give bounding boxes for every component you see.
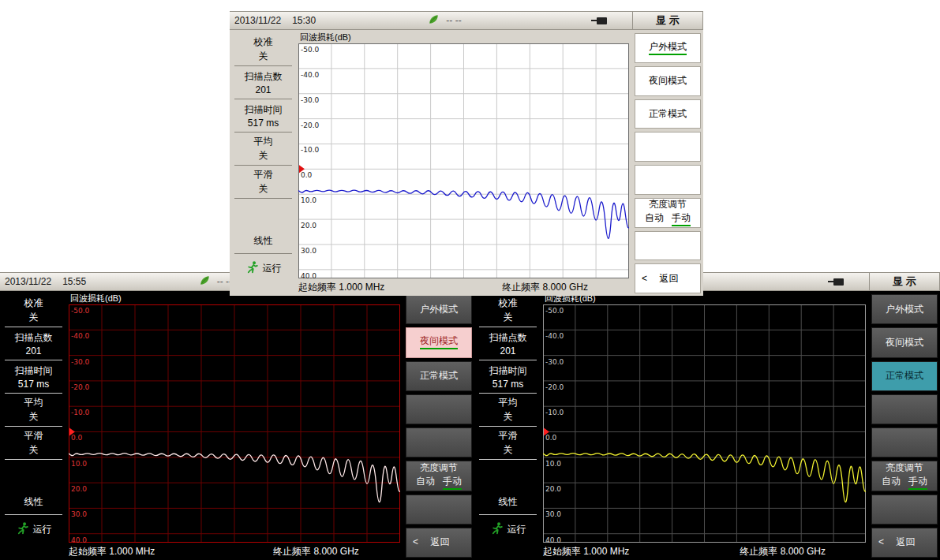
sidebar-item-sweep-points[interactable]: 扫描点数 201: [234, 66, 292, 99]
sidebar-item-label: 扫描点数: [234, 70, 292, 84]
run-label: 运行: [33, 523, 52, 536]
svg-text:-30.0: -30.0: [545, 358, 564, 366]
brightness-auto-option[interactable]: 自动: [645, 212, 664, 226]
date-label: 2013/11/22: [5, 276, 51, 287]
linear-label: 线性: [24, 495, 43, 509]
run-status[interactable]: 运行: [0, 515, 67, 543]
sidebar-item-value: 关: [5, 443, 62, 457]
menu-slot-empty: [871, 394, 938, 424]
menu-button-normal-mode[interactable]: 正常模式: [635, 99, 701, 129]
menu-button-back[interactable]: < 返回: [406, 528, 472, 558]
svg-text:30.0: 30.0: [545, 510, 561, 518]
time-label: 15:55: [62, 276, 86, 287]
brightness-auto-option[interactable]: 自动: [882, 476, 901, 490]
running-man-icon: [490, 521, 504, 537]
sidebar-item-value: 201: [479, 345, 537, 357]
battery-icon: [828, 278, 844, 286]
settings-sidebar: 校准 关 扫描点数 201 扫描时间 517 ms 平均 关: [230, 30, 297, 278]
menu-button-outdoor-mode[interactable]: 户外模式: [406, 294, 472, 324]
sidebar-item-sweep-points[interactable]: 扫描点数 201: [5, 327, 62, 360]
screen-normal-mode: 校准 关 扫描点数 201 扫描时间 517 ms 平均 关: [474, 272, 940, 560]
menu-button-outdoor-mode[interactable]: 户外模式: [871, 294, 938, 324]
svg-text:-10.0: -10.0: [301, 146, 320, 154]
brightness-manual-option[interactable]: 手动: [672, 212, 691, 226]
svg-text:20.0: 20.0: [71, 485, 87, 493]
sidebar-item-average[interactable]: 平均 关: [5, 394, 62, 427]
page: 2013/11/22 15:55 -- -- 校准 关 扫描点数: [0, 0, 940, 560]
return-loss-plot: -50.0-40.0-30.0-20.0-10.00.010.020.030.0…: [69, 304, 400, 543]
svg-text:-10.0: -10.0: [71, 409, 90, 416]
signal-label: -- --: [446, 15, 461, 26]
menu-slot-empty: [406, 495, 472, 525]
run-status[interactable]: 运行: [230, 254, 297, 282]
sidebar-item-sweep-points[interactable]: 扫描点数 201: [479, 327, 537, 360]
menu-button-night-mode[interactable]: 夜间模式: [406, 327, 472, 357]
menu-slot-empty: [871, 427, 938, 457]
svg-text:10.0: 10.0: [301, 196, 316, 204]
menu-button-night-mode[interactable]: 夜间模式: [635, 66, 701, 96]
sidebar-item-smoothing[interactable]: 平滑 关: [5, 427, 62, 460]
return-loss-plot: -50.0-40.0-30.0-20.0-10.00.010.020.030.0…: [298, 43, 629, 278]
sidebar-item-average[interactable]: 平均 关: [234, 133, 292, 166]
menu-button-normal-mode[interactable]: 正常模式: [871, 361, 938, 391]
sidebar-spacer: [0, 460, 67, 490]
menu-button-normal-mode[interactable]: 正常模式: [406, 361, 472, 391]
svg-text:0.0: 0.0: [545, 434, 557, 442]
sidebar-item-smoothing[interactable]: 平滑 关: [234, 166, 292, 199]
sidebar-item-sweep-time[interactable]: 扫描时间 517 ms: [234, 99, 292, 133]
stop-frequency-label: 终止频率 8.000 GHz: [273, 545, 359, 558]
menu-slot-empty: [635, 132, 701, 162]
menu-button-back[interactable]: < 返回: [635, 263, 701, 293]
time-label: 15:30: [292, 15, 316, 26]
sidebar-item-label: 校准: [234, 35, 292, 49]
sidebar-item-value: 517 ms: [5, 379, 62, 390]
stop-frequency-label: 终止频率 8.000 GHz: [740, 545, 826, 558]
menu-button-brightness[interactable]: 亮度调节 自动 手动: [635, 198, 701, 228]
back-arrow-icon: <: [642, 273, 647, 285]
brightness-manual-option[interactable]: 手动: [908, 476, 927, 490]
menu-button-brightness[interactable]: 亮度调节 自动 手动: [871, 461, 938, 491]
sidebar-item-label: 校准: [5, 297, 62, 310]
svg-text:10.0: 10.0: [71, 460, 87, 468]
sidebar-item-linear[interactable]: 线性: [5, 490, 62, 515]
svg-text:-30.0: -30.0: [71, 358, 90, 366]
svg-text:-50.0: -50.0: [71, 307, 90, 315]
svg-text:30.0: 30.0: [71, 510, 87, 518]
back-arrow-icon: <: [413, 536, 418, 548]
sidebar-item-sweep-time[interactable]: 扫描时间 517 ms: [5, 360, 62, 394]
sidebar-item-value: 关: [5, 311, 62, 324]
menu-button-brightness[interactable]: 亮度调节 自动 手动: [406, 461, 472, 491]
chart-title: 回波损耗(dB): [298, 32, 629, 43]
sidebar-item-value: 关: [479, 311, 537, 324]
brightness-manual-option[interactable]: 手动: [443, 476, 462, 490]
sidebar-spacer: [474, 460, 541, 490]
sidebar-item-smoothing[interactable]: 平滑 关: [479, 427, 537, 460]
svg-text:0.0: 0.0: [71, 434, 83, 442]
menu-button-night-mode[interactable]: 夜间模式: [871, 327, 938, 357]
stop-frequency-label: 终止频率 8.000 GHz: [502, 281, 588, 294]
leaf-status-icon: [428, 13, 440, 28]
start-frequency-label: 起始频率 1.000 MHz: [543, 545, 629, 558]
sidebar-item-label: 扫描时间: [234, 103, 292, 117]
svg-text:20.0: 20.0: [301, 222, 316, 230]
sidebar-item-linear[interactable]: 线性: [479, 490, 537, 515]
sidebar-item-label: 平滑: [234, 168, 292, 181]
sidebar-item-value: 201: [5, 345, 62, 357]
svg-text:-10.0: -10.0: [545, 409, 564, 416]
sidebar-item-calibration[interactable]: 校准 关: [234, 33, 292, 66]
sidebar-item-average[interactable]: 平均 关: [479, 394, 537, 427]
brightness-auto-option[interactable]: 自动: [416, 476, 435, 490]
sidebar-item-calibration[interactable]: 校准 关: [5, 294, 62, 327]
run-status[interactable]: 运行: [474, 515, 541, 543]
sidebar-item-linear[interactable]: 线性: [234, 229, 292, 254]
sidebar-item-calibration[interactable]: 校准 关: [479, 294, 537, 327]
sidebar-spacer: [230, 199, 297, 229]
menu-button-outdoor-mode[interactable]: 户外模式: [635, 33, 701, 63]
sidebar-item-value: 517 ms: [479, 379, 537, 390]
sidebar-item-value: 关: [234, 182, 292, 196]
menu-button-back[interactable]: < 返回: [871, 528, 938, 558]
sidebar-item-label: 平均: [479, 396, 537, 409]
menu-title: 显 示: [869, 272, 940, 291]
sidebar-item-sweep-time[interactable]: 扫描时间 517 ms: [479, 360, 537, 394]
sidebar-item-label: 扫描点数: [5, 331, 62, 345]
